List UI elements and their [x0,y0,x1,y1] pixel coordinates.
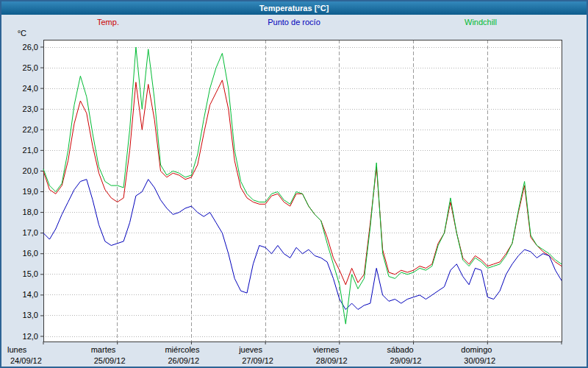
y-tick-label: 26,0 [23,43,38,52]
temperature-chart: 26,025,024,023,022,021,020,019,018,017,0… [1,1,587,367]
y-tick-label: 21,0 [23,146,38,155]
y-tick-label: 17,0 [23,228,38,237]
day-name-label: domingo [461,345,492,354]
y-axis-unit-label: °C [18,29,26,38]
day-date-label: 27/09/12 [242,356,273,365]
day-name-label: jueves [238,345,262,354]
app-window: Temperaturas [°C] Temp. Punto de rocío W… [0,0,588,368]
day-date-label: 28/09/12 [316,356,348,365]
day-name-label: martes [91,345,116,354]
day-date-label: 30/09/12 [464,356,495,365]
y-tick-label: 15,0 [23,269,38,278]
series-line-2 [43,47,562,324]
day-name-label: lunes [7,345,27,354]
day-name-label: viernes [313,345,340,354]
day-date-label: 25/09/12 [94,356,126,365]
y-tick-label: 18,0 [23,208,38,216]
y-tick-label: 20,0 [23,166,38,175]
day-name-label: sábado [387,345,414,354]
legend-label: Windchill [465,18,497,26]
day-date-label: 24/09/12 [10,356,42,365]
plot-border [43,40,562,342]
page-title: Temperaturas [°C] [259,4,329,13]
title-bar: Temperaturas [°C] [1,1,587,15]
y-tick-label: 16,0 [23,249,38,258]
series-line-0 [43,80,562,285]
y-tick-label: 25,0 [23,63,38,72]
y-tick-label: 23,0 [23,105,38,113]
day-name-label: miércoles [165,345,200,354]
y-tick-label: 14,0 [23,290,38,299]
day-date-label: 26/09/12 [168,356,199,365]
legend-label: Punto de rocío [268,18,320,26]
y-tick-label: 12,0 [23,332,38,341]
y-tick-label: 22,0 [23,125,38,134]
y-tick-label: 19,0 [23,187,38,196]
y-tick-label: 13,0 [23,311,38,319]
y-tick-label: 24,0 [23,84,38,93]
plot-background [43,40,562,342]
series-line-1 [43,180,562,310]
day-date-label: 29/09/12 [390,356,422,365]
legend-label: Temp. [97,18,119,26]
chart-legend: Temp. Punto de rocío Windchill [1,18,587,28]
